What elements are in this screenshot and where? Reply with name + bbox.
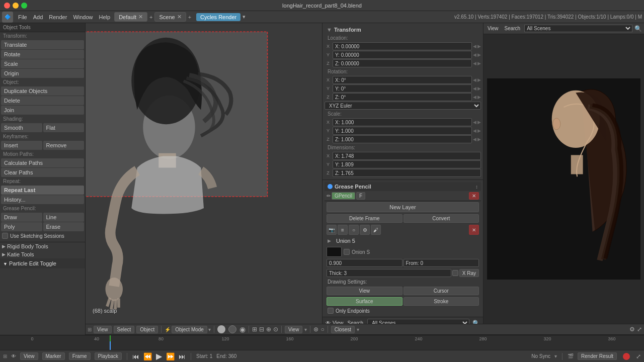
menu-window[interactable]: Window	[70, 13, 96, 21]
loc-y-left-icon[interactable]: ◀	[473, 52, 476, 57]
scale-x-right-icon[interactable]: ▶	[477, 120, 481, 125]
gp-close-btn[interactable]: ✕	[469, 192, 479, 200]
gp-collapse-icon[interactable]: ↕	[475, 184, 478, 190]
scale-z-input[interactable]	[333, 135, 472, 143]
drawing-cursor-btn[interactable]: Cursor	[404, 287, 479, 295]
use-sketching-checkbox[interactable]	[2, 233, 8, 239]
skip-end-icon[interactable]: ⏭	[179, 352, 186, 360]
sync-dropdown-icon[interactable]: ▾	[554, 353, 557, 359]
particle-toggle[interactable]: ▼ Particle Edit Toggle	[0, 258, 85, 268]
onion-skin-checkbox[interactable]	[344, 249, 350, 255]
gp-gpencil-btn[interactable]: GPencil	[332, 192, 355, 200]
maximize-button[interactable]	[21, 3, 27, 9]
translate-button[interactable]: Translate	[1, 40, 84, 49]
gp-draw-button[interactable]: Draw	[1, 213, 42, 222]
mode-select-btn[interactable]: Object Mode	[172, 326, 207, 333]
render-search-btn[interactable]: Search	[503, 25, 523, 32]
gp-brush-icon[interactable]: 🖌	[371, 225, 381, 235]
loc-z-left-icon[interactable]: ◀	[473, 61, 476, 66]
viewport[interactable]: Camera Persp	[86, 23, 322, 324]
snap-icon[interactable]: ⊕	[266, 326, 271, 333]
vp-view2-btn[interactable]: View	[285, 326, 303, 333]
only-endpoints-checkbox[interactable]	[328, 308, 334, 314]
rot-x-left-icon[interactable]: ◀	[473, 77, 476, 82]
drawing-view-btn[interactable]: View	[327, 287, 403, 295]
workspace-add-icon[interactable]: +	[148, 14, 153, 20]
rot-x-right-icon[interactable]: ▶	[477, 77, 481, 82]
delete-frame-button[interactable]: Delete Frame	[327, 214, 403, 223]
pivot-icon[interactable]: ⊛	[313, 326, 318, 333]
vp-view-btn[interactable]: View	[94, 326, 112, 333]
gp-x-icon[interactable]: ✕	[469, 225, 479, 235]
gp-onion-icon[interactable]: ○	[349, 225, 359, 235]
scale-y-input[interactable]	[333, 127, 472, 135]
scale-x-input[interactable]	[333, 118, 472, 126]
scale-button[interactable]: Scale	[1, 59, 84, 68]
workspace-scene-close-icon[interactable]: ✕	[177, 14, 182, 20]
smooth-button[interactable]: Smooth	[1, 123, 42, 132]
render-view-btn[interactable]: View	[486, 25, 501, 32]
drawing-surface-btn[interactable]: Surface	[327, 297, 403, 306]
rotation-x-input[interactable]	[333, 76, 472, 84]
workspace-close-icon[interactable]: ✕	[138, 14, 143, 20]
status-eye-icon[interactable]: 👁	[11, 353, 16, 359]
view-icon[interactable]: 👁	[326, 320, 331, 324]
drawing-stroke-btn[interactable]: Stroke	[404, 297, 479, 306]
scale-z-left-icon[interactable]: ◀	[473, 137, 476, 142]
gp-opacity-input[interactable]	[327, 259, 403, 267]
closest-btn[interactable]: Closest	[331, 326, 355, 333]
gp-settings-icon[interactable]: ⚙	[360, 225, 370, 235]
render-icon[interactable]: 🎬	[568, 353, 574, 359]
minimize-button[interactable]	[13, 3, 19, 9]
rigid-body-tools[interactable]: ▶ Rigid Body Tools	[0, 242, 85, 250]
remove-button[interactable]: Remove	[43, 141, 85, 150]
x-ray-button[interactable]: X Ray	[459, 269, 479, 277]
rotation-mode-select[interactable]: XYZ Euler	[325, 102, 481, 110]
mode-dropdown-icon[interactable]: ▾	[208, 327, 211, 332]
location-x-input[interactable]	[333, 42, 472, 50]
global-icon[interactable]: ⊙	[273, 326, 278, 333]
step-back-icon[interactable]: ⏪	[143, 352, 152, 360]
overlay-icon[interactable]: ⊞	[252, 326, 257, 333]
menu-file[interactable]: File	[15, 13, 30, 21]
workspace-default[interactable]: Default ✕	[114, 12, 147, 22]
katie-tools[interactable]: ▶ Katie Tools	[0, 250, 85, 258]
vp-settings-icon[interactable]: ⚙	[629, 326, 635, 333]
vp-object-btn[interactable]: Object	[136, 326, 158, 333]
gp-f-btn[interactable]: F	[356, 192, 365, 200]
render-scene-select[interactable]: All Scenes	[524, 25, 632, 32]
workspace-scene[interactable]: Scene ✕	[154, 12, 186, 22]
view-dropdown-icon[interactable]: ▾	[304, 327, 307, 332]
proportional-icon[interactable]: ○	[320, 326, 324, 333]
dim-x-input[interactable]	[333, 152, 481, 160]
gp-color-swatch[interactable]	[327, 247, 342, 257]
step-forward-icon[interactable]: ⏩	[166, 352, 175, 360]
view-btn[interactable]: View	[20, 352, 38, 360]
transform-header[interactable]: ▼ Transform	[325, 25, 481, 34]
loc-z-right-icon[interactable]: ▶	[477, 61, 481, 66]
shading-rendered-btn[interactable]: ◉	[239, 325, 246, 333]
closest-dropdown-icon[interactable]: ▾	[357, 327, 359, 332]
delete-button[interactable]: Delete	[1, 96, 84, 105]
blender-icon[interactable]: 🔷	[2, 12, 13, 23]
loc-x-right-icon[interactable]: ▶	[477, 44, 481, 49]
flat-button[interactable]: Flat	[43, 123, 85, 132]
clear-paths-button[interactable]: Clear Paths	[1, 168, 84, 177]
loc-x-left-icon[interactable]: ◀	[473, 44, 476, 49]
fullscreen-icon[interactable]: ⤢	[636, 353, 641, 360]
new-layer-button[interactable]: New Layer	[327, 202, 479, 212]
rot-y-left-icon[interactable]: ◀	[473, 86, 476, 91]
rotation-y-input[interactable]	[333, 84, 472, 93]
insert-button[interactable]: Insert	[1, 141, 42, 150]
gp-from-input[interactable]	[404, 259, 479, 267]
gp-layers-icon[interactable]: ≡	[338, 225, 348, 235]
rotation-z-input[interactable]	[333, 93, 472, 101]
shading-wire-btn[interactable]	[228, 325, 236, 333]
menu-add[interactable]: Add	[30, 13, 46, 21]
engine-dropdown-icon[interactable]: ▾	[243, 14, 246, 20]
convert-button[interactable]: Convert	[404, 214, 479, 223]
dim-y-input[interactable]	[333, 160, 481, 168]
menu-render[interactable]: Render	[46, 13, 70, 21]
close-button[interactable]	[4, 3, 10, 9]
location-z-input[interactable]	[333, 59, 472, 67]
